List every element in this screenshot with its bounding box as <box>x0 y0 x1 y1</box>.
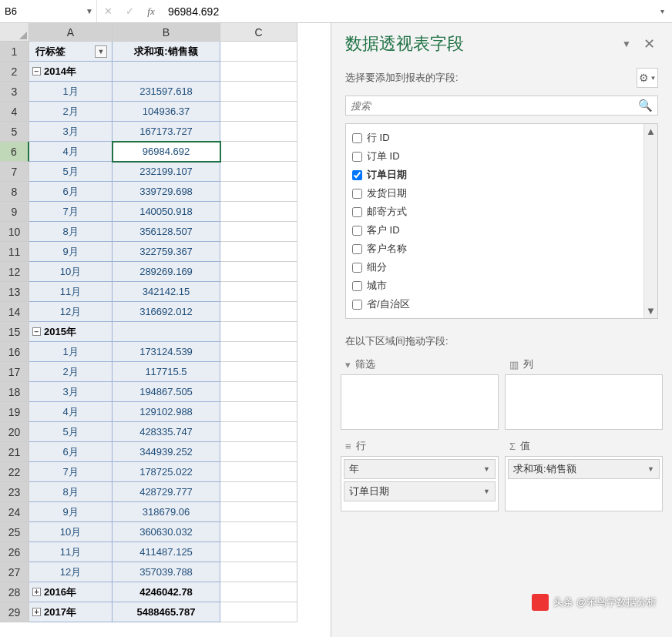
cell-a[interactable]: 6月 <box>29 182 113 202</box>
cell-c[interactable] <box>220 562 297 582</box>
cell-b[interactable]: 428729.777 <box>113 482 220 502</box>
row-header[interactable]: 3 <box>0 82 29 102</box>
cell-b[interactable]: 360630.032 <box>113 522 220 542</box>
cell-b[interactable]: 194867.505 <box>113 382 220 402</box>
cell-a[interactable]: 5月 <box>29 162 113 182</box>
cell-c[interactable] <box>220 602 297 622</box>
cell-a[interactable]: 9月 <box>29 502 113 522</box>
cell-c[interactable] <box>220 222 297 242</box>
cell-c[interactable] <box>220 162 297 182</box>
area-filter[interactable]: ▾筛选 <box>341 354 499 430</box>
filter-dropdown-icon[interactable]: ▼ <box>95 45 107 58</box>
row-header[interactable]: 22 <box>0 462 29 482</box>
cell-a[interactable]: 9月 <box>29 242 113 262</box>
row-header[interactable]: 20 <box>0 422 29 442</box>
expand-icon[interactable]: + <box>32 588 41 596</box>
row-header[interactable]: 11 <box>0 242 29 262</box>
search-input[interactable] <box>351 100 638 112</box>
field-checkbox[interactable] <box>352 226 362 236</box>
row-header[interactable]: 5 <box>0 122 29 142</box>
field-item[interactable]: 订单 ID <box>352 147 637 166</box>
field-item[interactable]: 细分 <box>352 258 637 277</box>
scroll-up-icon[interactable]: ▲ <box>646 126 656 137</box>
cell-c[interactable] <box>220 442 297 462</box>
cell-a[interactable]: 12月 <box>29 562 113 582</box>
chevron-down-icon[interactable]: ▼ <box>483 488 490 495</box>
field-checkbox[interactable] <box>352 189 362 199</box>
row-header[interactable]: 10 <box>0 222 29 242</box>
cell-c[interactable] <box>220 382 297 402</box>
cell-b[interactable] <box>113 322 220 342</box>
field-item[interactable]: 订单日期 <box>352 166 637 184</box>
cell-c[interactable] <box>220 82 297 102</box>
row-header[interactable]: 13 <box>0 282 29 302</box>
cell-c[interactable] <box>220 282 297 302</box>
area-item[interactable]: 年▼ <box>344 459 496 479</box>
cell-a[interactable]: 4月 <box>29 402 113 422</box>
cell-a[interactable]: 2月 <box>29 362 113 382</box>
row-header[interactable]: 4 <box>0 102 29 122</box>
cell-b[interactable]: 344939.252 <box>113 442 220 462</box>
area-values[interactable]: Σ值 求和项:销售额▼ <box>505 436 663 511</box>
cell-c[interactable] <box>220 102 297 122</box>
row-header[interactable]: 14 <box>0 302 29 322</box>
column-header-c[interactable]: C <box>220 23 297 42</box>
cell-c[interactable] <box>220 322 297 342</box>
cell-b[interactable]: 173124.539 <box>113 342 220 362</box>
row-header[interactable]: 17 <box>0 362 29 382</box>
cell-b[interactable]: 342142.15 <box>113 282 220 302</box>
row-header[interactable]: 27 <box>0 562 29 582</box>
column-header-a[interactable]: A <box>29 23 113 42</box>
cell-c[interactable] <box>220 42 297 62</box>
row-header[interactable]: 29 <box>0 602 29 622</box>
cell-b[interactable]: 5488465.787 <box>113 602 220 622</box>
cell-a[interactable]: 12月 <box>29 302 113 322</box>
cell-a[interactable]: 8月 <box>29 222 113 242</box>
cell-a[interactable]: 11月 <box>29 542 113 562</box>
cell-a[interactable]: 1月 <box>29 342 113 362</box>
field-item[interactable]: 发货日期 <box>352 184 637 203</box>
cell-c[interactable] <box>220 422 297 442</box>
cell-c[interactable] <box>220 242 297 262</box>
field-checkbox[interactable] <box>352 300 362 310</box>
cell-a[interactable]: 5月 <box>29 422 113 442</box>
chevron-down-icon[interactable]: ▼ <box>483 465 490 473</box>
collapse-icon[interactable]: − <box>32 67 41 75</box>
row-header[interactable]: 6 <box>0 142 29 162</box>
close-icon[interactable]: ✕ <box>640 35 658 52</box>
cell-a[interactable]: 1月 <box>29 82 113 102</box>
cell-b[interactable]: 178725.022 <box>113 462 220 482</box>
cell-c[interactable] <box>220 262 297 282</box>
cell-c[interactable] <box>220 502 297 522</box>
field-checkbox[interactable] <box>352 152 362 162</box>
area-item[interactable]: 求和项:销售额▼ <box>508 459 660 479</box>
field-item[interactable]: 邮寄方式 <box>352 203 637 221</box>
row-header[interactable]: 8 <box>0 182 29 202</box>
cell-b[interactable]: 356128.507 <box>113 222 220 242</box>
cell-reference-input[interactable] <box>3 4 72 18</box>
field-checkbox[interactable] <box>352 244 362 254</box>
cell-a[interactable]: +2016年 <box>29 582 113 602</box>
cell-c[interactable] <box>220 362 297 382</box>
cell-a[interactable]: 4月 <box>29 142 113 162</box>
cell-c[interactable] <box>220 302 297 322</box>
cell-c[interactable] <box>220 142 297 162</box>
field-checkbox[interactable] <box>352 170 362 180</box>
cell-b[interactable]: 104936.37 <box>113 102 220 122</box>
cell-a[interactable]: −2015年 <box>29 322 113 342</box>
cell-a[interactable]: +2017年 <box>29 602 113 622</box>
formula-input[interactable]: 96984.692 <box>162 5 653 18</box>
row-header[interactable]: 15 <box>0 322 29 342</box>
cell-c[interactable] <box>220 342 297 362</box>
cell-c[interactable] <box>220 62 297 82</box>
cell-b[interactable]: 316692.012 <box>113 302 220 322</box>
cell-a[interactable]: −2014年 <box>29 62 113 82</box>
field-checkbox[interactable] <box>352 133 362 143</box>
field-checkbox[interactable] <box>352 207 362 217</box>
search-box[interactable]: 🔍 <box>345 96 658 116</box>
cell-c[interactable] <box>220 542 297 562</box>
cell-c[interactable] <box>220 182 297 202</box>
expand-icon[interactable]: + <box>32 608 41 616</box>
field-item[interactable]: 城市 <box>352 277 637 295</box>
cell-a[interactable]: 6月 <box>29 442 113 462</box>
